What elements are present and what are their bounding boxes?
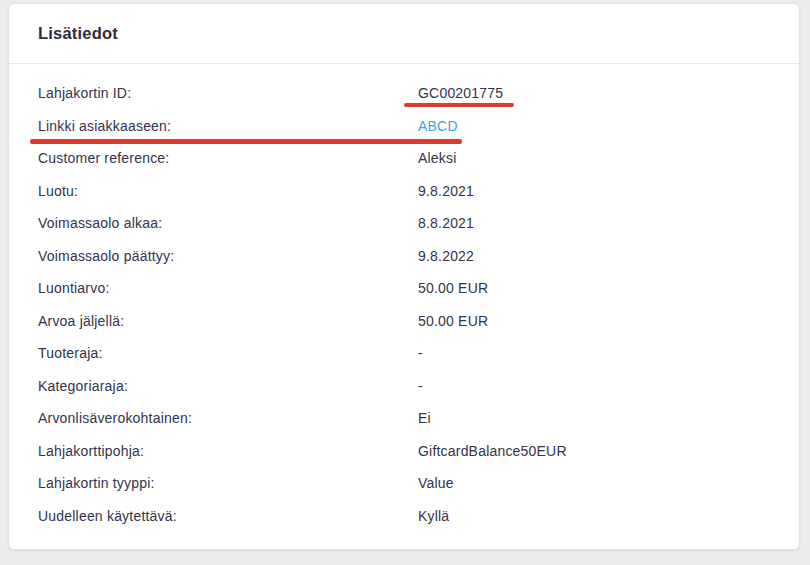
detail-label: Voimassaolo päättyy:	[38, 248, 418, 264]
detail-row-valid-from: Voimassaolo alkaa: 8.8.2021	[9, 207, 799, 240]
detail-label: Lahjakortin tyyppi:	[38, 475, 418, 491]
detail-value-valid-until: 9.8.2022	[418, 248, 474, 264]
details-list: Lahjakortin ID: GC00201775 Linkki asiakk…	[9, 64, 799, 532]
customer-link[interactable]: ABCD	[418, 118, 458, 134]
detail-row-category-limit: Kategoriaraja: -	[9, 370, 799, 403]
detail-value-giftcard-template: GiftcardBalance50EUR	[418, 443, 567, 459]
page-title: Lisätiedot	[38, 24, 118, 43]
detail-label: Uudelleen käytettävä:	[38, 508, 418, 524]
detail-row-giftcard-template: Lahjakorttipohja: GiftcardBalance50EUR	[9, 435, 799, 468]
detail-value-customer-reference: Aleksi	[418, 150, 457, 166]
detail-label: Lahjakorttipohja:	[38, 443, 418, 459]
detail-row-customer-link: Linkki asiakkaaseen: ABCD	[9, 110, 799, 143]
detail-row-vat-specific: Arvonlisäverokohtainen: Ei	[9, 402, 799, 435]
detail-value-giftcard-id: GC00201775	[418, 85, 503, 101]
detail-label: Customer reference:	[38, 150, 418, 166]
detail-value-reusable: Kyllä	[418, 508, 449, 524]
detail-value-giftcard-type: Value	[418, 475, 454, 491]
detail-row-valid-until: Voimassaolo päättyy: 9.8.2022	[9, 240, 799, 273]
detail-value-valid-from: 8.8.2021	[418, 215, 474, 231]
detail-label: Linkki asiakkaaseen:	[38, 118, 418, 134]
detail-row-product-limit: Tuoteraja: -	[9, 337, 799, 370]
detail-label: Luotu:	[38, 183, 418, 199]
detail-label: Tuoteraja:	[38, 345, 418, 361]
detail-label: Arvoa jäljellä:	[38, 313, 418, 329]
detail-row-customer-reference: Customer reference: Aleksi	[9, 142, 799, 175]
detail-value-value-remaining: 50.00 EUR	[418, 313, 488, 329]
detail-row-giftcard-id: Lahjakortin ID: GC00201775	[9, 77, 799, 110]
detail-value-creation-value: 50.00 EUR	[418, 280, 488, 296]
detail-row-giftcard-type: Lahjakortin tyyppi: Value	[9, 467, 799, 500]
detail-value-created: 9.8.2021	[418, 183, 474, 199]
detail-row-created: Luotu: 9.8.2021	[9, 175, 799, 208]
detail-label: Lahjakortin ID:	[38, 85, 418, 101]
detail-row-reusable: Uudelleen käytettävä: Kyllä	[9, 500, 799, 533]
detail-value-vat-specific: Ei	[418, 410, 431, 426]
detail-label: Luontiarvo:	[38, 280, 418, 296]
detail-row-creation-value: Luontiarvo: 50.00 EUR	[9, 272, 799, 305]
detail-label: Voimassaolo alkaa:	[38, 215, 418, 231]
detail-label: Arvonlisäverokohtainen:	[38, 410, 418, 426]
details-card: Lisätiedot Lahjakortin ID: GC00201775 Li…	[8, 3, 800, 550]
card-header: Lisätiedot	[9, 4, 799, 64]
detail-row-value-remaining: Arvoa jäljellä: 50.00 EUR	[9, 305, 799, 338]
detail-value-category-limit: -	[418, 378, 423, 394]
detail-label: Kategoriaraja:	[38, 378, 418, 394]
detail-value-product-limit: -	[418, 345, 423, 361]
